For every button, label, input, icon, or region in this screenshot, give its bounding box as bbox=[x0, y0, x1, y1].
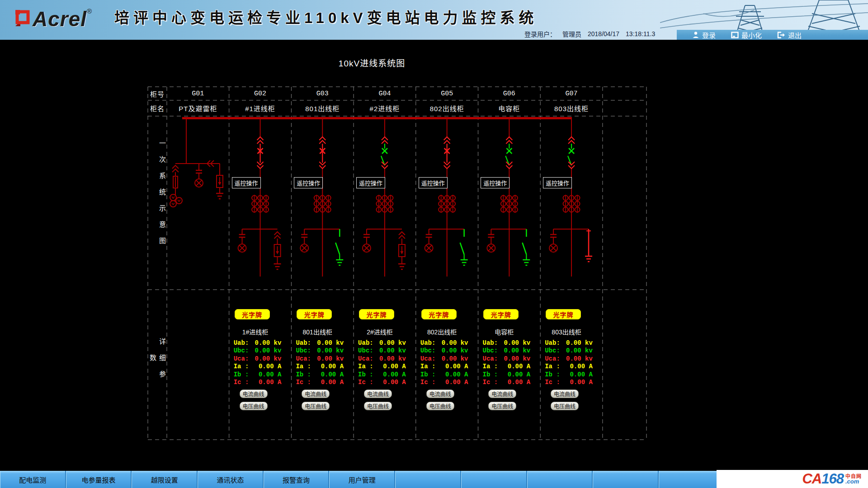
current-curve-button-g06[interactable]: 电流曲线 bbox=[488, 389, 516, 398]
annunciator-button-g02[interactable]: 光字牌 bbox=[235, 309, 270, 319]
nav-item-1[interactable]: 配电监测 bbox=[0, 471, 66, 488]
param-label: Ubc: bbox=[545, 347, 560, 354]
voltage-curve-button-g02[interactable]: 电压曲线 bbox=[240, 402, 268, 410]
param-label: Ubc: bbox=[234, 347, 249, 354]
nav-item-empty[interactable] bbox=[395, 471, 461, 488]
detail-cabinet-name-g05: 802出线柜 bbox=[417, 327, 467, 334]
param-value: 0.00 A bbox=[570, 379, 592, 386]
param-value: 0.00 A bbox=[508, 363, 530, 370]
detail-cabinet-name-g04: 2#进线柜 bbox=[354, 327, 405, 334]
param-label: Uab: bbox=[234, 339, 249, 347]
current-curve-button-g05[interactable]: 电流曲线 bbox=[426, 389, 454, 398]
param-label: Uab: bbox=[358, 339, 373, 347]
minimize-button[interactable]: 最小化 bbox=[731, 30, 762, 40]
detail-cabinet-name-g02: 1#进线柜 bbox=[230, 327, 281, 334]
detail-cabinet-name-g07: 803出线柜 bbox=[541, 327, 592, 334]
nav-item-6[interactable]: 用户管理 bbox=[329, 471, 395, 488]
param-value: 0.00 A bbox=[383, 379, 406, 386]
param-row: Ubc:0.00 kv bbox=[358, 347, 406, 354]
remote-operate-button-g06[interactable]: 遥控操作 bbox=[481, 177, 509, 188]
param-row: Uca:0.00 kv bbox=[358, 355, 406, 362]
login-button[interactable]: 登录 bbox=[692, 30, 716, 40]
nav-item-empty[interactable] bbox=[593, 471, 659, 488]
param-value: 0.00 kv bbox=[317, 355, 344, 362]
param-row: Ia :0.00 A bbox=[545, 363, 593, 370]
annunciator-button-g05[interactable]: 光字牌 bbox=[421, 309, 457, 319]
param-value: 0.00 kv bbox=[566, 339, 593, 347]
param-value: 0.00 kv bbox=[442, 339, 468, 347]
param-row: Ic :0.00 A bbox=[358, 379, 406, 386]
param-row: Ic :0.00 A bbox=[483, 379, 531, 386]
param-value: 0.00 kv bbox=[504, 339, 530, 347]
nav-item-5[interactable]: 报警查询 bbox=[264, 471, 330, 488]
voltage-curve-button-g06[interactable]: 电压曲线 bbox=[488, 402, 516, 410]
voltage-curve-button-g05[interactable]: 电压曲线 bbox=[426, 402, 454, 410]
param-row: Ia :0.00 A bbox=[420, 363, 468, 370]
annunciator-button-g06[interactable]: 光字牌 bbox=[483, 309, 519, 319]
param-block-g02: Uab:0.00 kvUbc:0.00 kvUca:0.00 kvIa :0.0… bbox=[234, 339, 282, 386]
param-label: Uab: bbox=[483, 339, 498, 347]
header-banner: Acrel ® 培评中心变电运检专业110kV变电站电力监控系统 登录用户： 管… bbox=[0, 0, 868, 40]
remote-operate-button-g02[interactable]: 遥控操作 bbox=[232, 177, 261, 188]
param-block-g07: Uab:0.00 kvUbc:0.00 kvUca:0.00 kvIa :0.0… bbox=[545, 339, 593, 386]
user-info-bar: 登录用户： 管理员 2018/04/17 13:18:11.3 bbox=[524, 29, 674, 39]
remote-operate-button-g04[interactable]: 遥控操作 bbox=[356, 177, 385, 188]
param-label: Uca: bbox=[545, 355, 560, 362]
remote-operate-button-g05[interactable]: 遥控操作 bbox=[419, 177, 448, 188]
param-row: Ic :0.00 A bbox=[545, 379, 593, 386]
param-value: 0.00 A bbox=[508, 371, 530, 378]
param-value: 0.00 kv bbox=[379, 347, 406, 354]
param-label: Uab: bbox=[545, 339, 560, 347]
scada-screen: Acrel ® 培评中心变电运检专业110kV变电站电力监控系统 登录用户： 管… bbox=[0, 0, 868, 488]
date-display: 2018/04/17 bbox=[588, 30, 619, 38]
nav-item-2[interactable]: 电参量报表 bbox=[66, 471, 132, 488]
voltage-curve-button-g07[interactable]: 电压曲线 bbox=[551, 402, 579, 410]
param-label: Ubc: bbox=[420, 347, 436, 354]
brand-registered-mark: ® bbox=[87, 7, 92, 15]
voltage-curve-button-g04[interactable]: 电压曲线 bbox=[364, 402, 392, 410]
cabinet-no-g04: G04 bbox=[354, 87, 416, 100]
param-value: 0.00 A bbox=[259, 371, 281, 378]
ca168-logo-168: 168 bbox=[821, 471, 844, 487]
remote-operate-button-g07[interactable]: 遥控操作 bbox=[543, 177, 572, 188]
nav-item-3[interactable]: 越限设置 bbox=[132, 471, 198, 488]
detail-cabinet-name-g06: 电容柜 bbox=[479, 327, 530, 334]
param-row: Ia :0.00 A bbox=[358, 363, 406, 370]
row-label-cabinet-name: 柜名 bbox=[148, 100, 167, 116]
param-row: Ia :0.00 A bbox=[296, 363, 344, 370]
cabinet-name-g03: 801出线柜 bbox=[291, 100, 354, 116]
current-curve-button-g02[interactable]: 电流曲线 bbox=[240, 389, 268, 398]
ca168-logo: CA 168 中自网 .com bbox=[717, 470, 868, 488]
param-row: Ib :0.00 A bbox=[420, 371, 468, 378]
current-curve-button-g03[interactable]: 电流曲线 bbox=[302, 389, 330, 398]
param-label: Uca: bbox=[420, 355, 436, 362]
cabinet-name-g06: 电容柜 bbox=[478, 100, 541, 116]
nav-item-empty[interactable] bbox=[461, 471, 527, 488]
param-row: Ib :0.00 A bbox=[234, 371, 282, 378]
param-block-g03: Uab:0.00 kvUbc:0.00 kvUca:0.00 kvIa :0.0… bbox=[296, 339, 344, 386]
nav-item-empty[interactable] bbox=[659, 471, 725, 488]
remote-operate-button-g03[interactable]: 遥控操作 bbox=[294, 177, 323, 188]
nav-item-empty[interactable] bbox=[527, 471, 593, 488]
param-row: Uab:0.00 kv bbox=[296, 339, 344, 347]
exit-button[interactable]: 退出 bbox=[777, 30, 802, 40]
current-curve-button-g04[interactable]: 电流曲线 bbox=[364, 389, 392, 398]
minimize-icon bbox=[731, 32, 739, 38]
annunciator-button-g04[interactable]: 光字牌 bbox=[359, 309, 394, 319]
feeder-g05 bbox=[425, 118, 468, 277]
annunciator-button-g07[interactable]: 光字牌 bbox=[546, 309, 581, 319]
param-row: Uab:0.00 kv bbox=[483, 339, 531, 347]
nav-item-4[interactable]: 通讯状态 bbox=[198, 471, 264, 488]
param-value: 0.00 A bbox=[321, 379, 344, 386]
section-label-detail-params: 详细参数 bbox=[148, 331, 167, 394]
param-value: 0.00 A bbox=[321, 363, 344, 370]
param-row: Ubc:0.00 kv bbox=[234, 347, 282, 354]
param-value: 0.00 A bbox=[259, 379, 281, 386]
param-label: Ubc: bbox=[358, 347, 373, 354]
voltage-curve-button-g03[interactable]: 电压曲线 bbox=[302, 402, 330, 410]
annunciator-button-g03[interactable]: 光字牌 bbox=[297, 309, 332, 319]
param-value: 0.00 kv bbox=[317, 339, 344, 347]
cabinet-name-g07: 803出线柜 bbox=[540, 100, 603, 116]
acrel-logo-icon bbox=[13, 6, 33, 30]
current-curve-button-g07[interactable]: 电流曲线 bbox=[551, 389, 579, 398]
